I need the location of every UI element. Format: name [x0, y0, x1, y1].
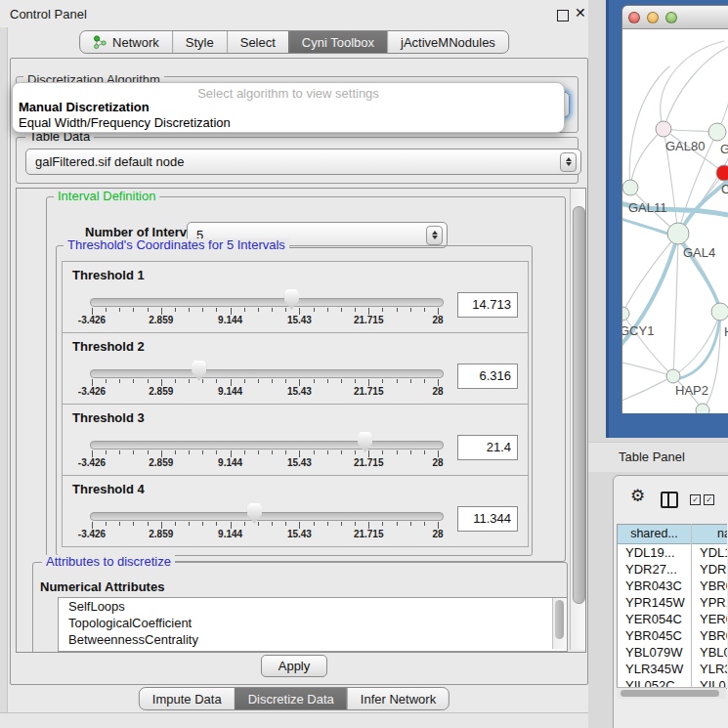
threshold-value-field[interactable]: 6.316	[457, 364, 518, 389]
tab-style[interactable]: Style	[172, 31, 227, 53]
network-node-node-top-right[interactable]	[708, 123, 726, 141]
scrollbar-thumb[interactable]	[555, 600, 564, 639]
threshold-panel: Threshold 2-3.4262.8599.14415.4321.71528…	[62, 332, 529, 405]
tick-mark	[382, 522, 383, 526]
tick-mark	[244, 379, 245, 383]
table-row[interactable]: YLR345WYLR3	[618, 661, 727, 677]
node-table[interactable]: shared... na YDL19...YDL1YDR27...YDR2YBR…	[617, 524, 727, 689]
numerical-attributes-list[interactable]: SelfLoopsTopologicalCoefficientBetweenne…	[58, 597, 568, 652]
checkbox-icon[interactable]: ✓	[704, 494, 714, 505]
network-edge[interactable]	[630, 129, 664, 188]
algorithm-dropdown-popup: Select algorithm to view settings Manual…	[12, 82, 565, 133]
tick-mark	[161, 450, 162, 457]
tick-mark	[327, 522, 328, 526]
table-row[interactable]: YBR045CYBR0	[618, 627, 727, 644]
tick-label: 15.43	[270, 386, 328, 397]
list-scrollbar[interactable]	[552, 598, 567, 649]
table-row[interactable]: YDR27...YDR2	[618, 561, 727, 578]
slider-track[interactable]	[90, 369, 444, 378]
tick-mark	[189, 379, 190, 383]
tab-network[interactable]: Network	[80, 31, 172, 53]
tick-mark	[355, 522, 356, 526]
network-canvas[interactable]: GAL80GACGAL11GAL4GCY1HHAP2	[622, 29, 728, 413]
table-row[interactable]: YBR043CYBR0	[618, 578, 727, 594]
network-node-H-node[interactable]	[711, 303, 728, 321]
minimize-window-icon[interactable]	[647, 12, 659, 23]
list-item[interactable]: TopologicalCoefficient	[59, 615, 567, 631]
threshold-label: Threshold 3	[72, 410, 145, 425]
tab-infer-network[interactable]: Infer Network	[347, 688, 449, 709]
network-node-GAL11[interactable]	[622, 180, 638, 195]
tick-mark	[314, 379, 315, 383]
column-header-name[interactable]: na	[692, 525, 727, 544]
tick-mark	[341, 379, 342, 383]
table-row[interactable]: YBL079WYBL0	[618, 644, 727, 661]
slider-track[interactable]	[90, 512, 444, 521]
splitter-handle[interactable]	[0, 27, 8, 728]
network-edge[interactable]	[622, 376, 673, 403]
tab-select[interactable]: Select	[227, 31, 288, 53]
thresholds-group-label: Threshold's Coordinates for 5 Intervals	[64, 238, 289, 251]
tab-discretize-data[interactable]: Discretize Data	[235, 688, 347, 709]
table-hscrollbar[interactable]	[617, 687, 726, 699]
tick-mark	[106, 308, 107, 312]
popup-option[interactable]: Manual Discretization	[17, 100, 560, 115]
apply-button[interactable]: Apply	[261, 655, 327, 677]
network-node-GCY1[interactable]	[622, 307, 629, 321]
close-icon[interactable]: ✕	[575, 5, 586, 21]
cell-shared-name: YER054C	[625, 611, 690, 627]
threshold-value-field[interactable]: 11.344	[457, 506, 518, 532]
tick-mark	[106, 379, 107, 383]
tick-mark	[341, 522, 342, 526]
network-node-HAP2[interactable]	[666, 369, 680, 383]
tab-jactivemnodules[interactable]: jActiveMNodules	[387, 31, 508, 53]
panel-scrollbar[interactable]	[570, 189, 585, 650]
tick-mark	[272, 522, 273, 526]
list-item[interactable]: SelfLoops	[59, 598, 567, 615]
network-node-node-bottom[interactable]	[696, 404, 709, 413]
gear-icon[interactable]: ⚙	[630, 488, 645, 504]
close-window-icon[interactable]	[628, 12, 640, 23]
tick-label: 2.859	[132, 457, 191, 468]
scrollbar-thumb[interactable]	[573, 206, 585, 604]
network-node-GAL80[interactable]	[656, 121, 671, 137]
network-node-red-node[interactable]	[716, 165, 728, 181]
tick-mark	[424, 522, 425, 526]
tick-mark	[148, 522, 149, 526]
tick-mark	[258, 522, 259, 526]
cell-name: YLR3	[700, 661, 727, 677]
stepper-icon[interactable]	[560, 152, 577, 172]
tab-cyni-toolbox[interactable]: Cyni Toolbox	[288, 31, 387, 53]
tab-impute-data[interactable]: Impute Data	[140, 688, 235, 709]
slider-track[interactable]	[90, 441, 444, 450]
float-window-icon[interactable]	[557, 10, 569, 21]
cell-name: YBR0	[700, 578, 727, 594]
scrollbar-thumb[interactable]	[621, 690, 719, 697]
column-header-shared[interactable]: shared...	[618, 525, 692, 544]
tick-mark	[272, 308, 273, 312]
window-titlebar[interactable]	[622, 6, 728, 29]
network-edge[interactable]	[664, 45, 728, 129]
tick-mark	[244, 522, 245, 526]
network-edge[interactable]	[661, 41, 724, 129]
split-view-icon[interactable]	[661, 492, 678, 508]
table-row[interactable]: YER054CYER0	[618, 611, 727, 627]
list-item[interactable]: BetweennessCentrality	[59, 631, 567, 648]
checkbox-icon[interactable]: ✓	[690, 494, 701, 505]
network-node-GAL4[interactable]	[667, 223, 689, 244]
slider-track[interactable]	[90, 298, 444, 307]
network-window[interactable]: GAL80GACGAL11GAL4GCY1HHAP2	[621, 5, 728, 413]
tick-label: 9.144	[201, 529, 260, 539]
tick-mark	[368, 308, 369, 315]
stepper-icon[interactable]	[426, 226, 443, 245]
zoom-window-icon[interactable]	[665, 12, 677, 23]
table-row[interactable]: YDL19...YDL1	[618, 544, 727, 561]
threshold-value-field[interactable]: 21.4	[457, 435, 518, 460]
tick-mark	[438, 308, 439, 315]
popup-option[interactable]: Equal Width/Frequency Discretization	[17, 115, 560, 131]
threshold-value-field[interactable]: 14.713	[457, 292, 518, 318]
network-edge[interactable]	[673, 234, 678, 376]
attributes-group-label: Attributes to discretize	[42, 555, 175, 568]
table-row[interactable]: YPR145WYPR1	[618, 594, 727, 611]
table-data-combobox[interactable]: galFiltered.sif default node	[25, 149, 581, 175]
